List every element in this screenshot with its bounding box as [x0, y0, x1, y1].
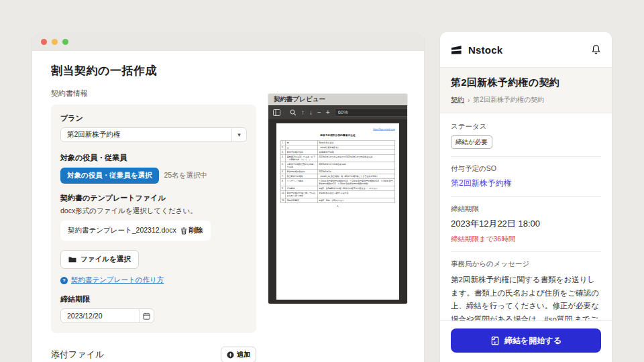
calendar-icon — [139, 309, 154, 322]
breadcrumb-current: 第2回新株予約権の契約 — [473, 95, 544, 105]
nstock-logo-icon — [451, 45, 463, 55]
add-attachment-button[interactable]: 追加 — [221, 347, 256, 362]
page-up-icon[interactable]: ↑ — [301, 109, 305, 116]
template-file-label: 契約書のテンプレートファイル — [60, 193, 247, 203]
deadline-label-mobile: 締結期限 — [451, 204, 601, 214]
doc-row: 2. 乙 （nstock_権利者氏名） — [280, 145, 395, 150]
preview-title: 契約書プレビュー — [268, 94, 407, 105]
office-message-label: 事務局からのメッセージ — [451, 259, 601, 269]
template-file-chip: 契約書テンプレート_202312.docx 削除 — [60, 221, 211, 241]
target-selected-count: 25名を選択中 — [164, 171, 207, 180]
breadcrumb: 契約 › 第2回新株予約権の契約 — [451, 95, 601, 105]
status-badge: 締結が必要 — [451, 135, 492, 149]
minimize-window-icon[interactable] — [52, 39, 58, 45]
doc-row: 10. 新株予約権の行使に際して払込みを取り扱う場所 東京都 株式会社○○銀行 … — [280, 190, 395, 198]
mobile-header: Nstock — [440, 32, 612, 67]
pdf-canvas[interactable]: https://kiyu.nstock.com 新株予約権割当契約書兼申込証 1… — [268, 119, 407, 304]
close-window-icon[interactable] — [41, 39, 47, 45]
page-title: 割当契約の一括作成 — [51, 63, 405, 78]
brand-name: Nstock — [468, 44, 502, 56]
zoom-in-icon[interactable]: + — [326, 109, 330, 116]
contract-preview-panel: 契約書プレビュー ↑ ↓ − + 60% ▾ » — [268, 94, 407, 304]
office-message-body: 第2回新株予約権に関する書類をお送りします。書類上の氏名および住所をご確認の上、… — [451, 274, 601, 320]
folder-icon — [68, 256, 76, 263]
breadcrumb-separator-icon: › — [468, 97, 470, 104]
plan-select-value: 第2回新株予約権 — [61, 130, 231, 139]
template-file-name: 契約書テンプレート_202312.docx — [68, 226, 176, 235]
doc-table: 1. 甲 Nstock 株式会社 2. 乙 （nstock_権利者氏名） 3. — [280, 141, 395, 203]
attachments-title: 添付ファイル — [51, 349, 104, 361]
mobile-title-block: 第2回新株予約権の契約 契約 › 第2回新株予約権の契約 — [440, 67, 612, 113]
doc-header-link: https://kiyu.nstock.com — [280, 128, 395, 131]
doc-row: 11. 定款記載事項 別紙2「定款」記載のとおり — [280, 198, 395, 203]
zoom-out-icon[interactable]: − — [317, 109, 321, 116]
search-icon[interactable] — [290, 109, 297, 116]
plan-label: プラン — [60, 113, 247, 123]
template-file-help: docx形式のファイルを選択してください。 — [60, 206, 247, 216]
deadline-date-input[interactable]: 2023/12/20 — [60, 308, 154, 323]
pdf-toolbar: ↑ ↓ − + 60% ▾ » — [268, 105, 407, 119]
help-icon: ? — [60, 277, 68, 284]
template-guide-link[interactable]: 契約書テンプレートの作り方 — [71, 276, 164, 285]
deadline-date-value: 2023/12/20 — [61, 312, 139, 320]
contract-batch-window: 割当契約の一括作成 契約書情報 プラン 第2回新株予約権 ▾ 対象の役員・従業員… — [32, 32, 424, 362]
doc-row: 6. 新株予約権の割当日 2023年4月3日 — [280, 170, 395, 174]
breadcrumb-contracts-link[interactable]: 契約 — [451, 95, 464, 105]
deadline-label: 締結期限 — [60, 294, 247, 304]
file-select-button[interactable]: ファイルを選択 — [60, 250, 139, 269]
mobile-body: ステータス 締結が必要 付与予定のSO 第2回新株予約権 締結期限 2023年1… — [440, 113, 612, 320]
doc-title: 新株予約権割当契約書兼申込証 — [280, 134, 395, 137]
doc-row: 1. 甲 Nstock 株式会社 — [280, 141, 395, 145]
window-titlebar — [32, 32, 424, 51]
page-down-icon[interactable]: ↓ — [309, 109, 313, 116]
deadline-value-mobile: 2023年12月22日 18:00 — [451, 218, 601, 230]
doc-row: 5. 本新株予約権割当契約を承認した決議 2023年4月1日付取締役会決議 — [280, 162, 395, 169]
plus-circle-icon — [227, 351, 234, 359]
doc-row: 9. 行使条件 別紙1「第1回新株予約権＜新株予約権等の内容管理＞」のとおり — [280, 186, 395, 191]
contract-title: 第2回新株予約権の契約 — [451, 76, 601, 89]
chevron-down-icon: ▾ — [231, 128, 246, 141]
start-signing-button[interactable]: 締結を開始する — [451, 328, 601, 353]
zoom-level-select[interactable]: 60% ▾ — [335, 108, 407, 117]
doc-row: 3. 新株予約権の名称 第1回新株予約権 — [280, 149, 395, 154]
contract-info-card: プラン 第2回新株予約権 ▾ 対象の役員・従業員 対象の役員・従業員を選択 25… — [51, 105, 256, 333]
contract-document-icon — [490, 336, 500, 346]
target-label: 対象の役員・従業員 — [60, 153, 247, 163]
deadline-warning: 締結期限まで36時間 — [451, 235, 601, 244]
select-target-members-button[interactable]: 対象の役員・従業員を選択 — [60, 168, 159, 184]
so-link[interactable]: 第2回新株予約権 — [451, 178, 512, 189]
bell-icon[interactable] — [591, 44, 601, 55]
so-label: 付与予定のSO — [451, 164, 601, 174]
doc-row: 7. 割当新株予約権数 （nstock_so_割当個数）個（新株予約権1個につき… — [280, 174, 395, 179]
sidebar-toggle-icon[interactable] — [273, 109, 280, 116]
maximize-window-icon[interactable] — [62, 39, 68, 45]
plan-select[interactable]: 第2回新株予約権 ▾ — [60, 127, 247, 142]
mobile-footer: 締結を開始する — [440, 320, 612, 362]
template-delete-button[interactable]: 削除 — [180, 226, 203, 235]
zoom-level-value: 60% — [338, 109, 348, 115]
pdf-page: https://kiyu.nstock.com 新株予約権割当契約書兼申込証 1… — [276, 123, 399, 300]
recipient-panel: Nstock 第2回新株予約権の契約 契約 › 第2回新株予約権の契約 ステータ… — [440, 32, 612, 362]
doc-row: 8. ベスティング条件 ① 1年間 割当新株予約権数の1/4 ② 2年間 割当新… — [280, 178, 395, 186]
doc-row: 4. 募集事項を決定した決議（以下「本募集決議」という。） 2023年4月1日付… — [280, 154, 395, 162]
status-label: ステータス — [451, 122, 601, 131]
trash-icon — [180, 227, 187, 235]
doc-page-number: -1- — [280, 206, 395, 208]
